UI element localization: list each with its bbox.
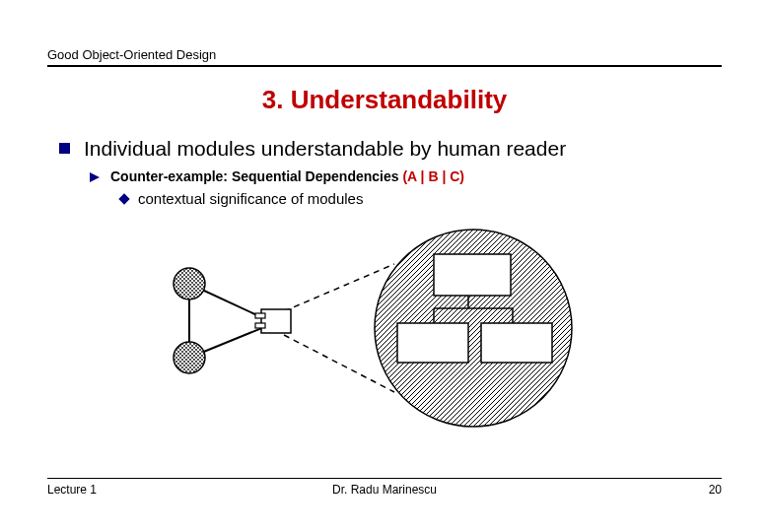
token-c: C <box>450 168 459 184</box>
bullet-text: Individual modules understandable by hum… <box>84 137 566 161</box>
header-divider <box>47 65 722 67</box>
paren-close: ) <box>459 168 464 184</box>
module-box-left <box>397 323 468 363</box>
course-header: Good Object-Oriented Design <box>47 47 722 65</box>
sub-prefix: Counter-example: Sequential Dependencies <box>110 168 402 184</box>
square-bullet-icon <box>59 143 70 154</box>
arrow-bullet-icon <box>89 171 101 183</box>
bullet-level2: Counter-example: Sequential Dependencies… <box>89 168 710 184</box>
slide-title: 3. Understandability <box>0 85 769 115</box>
sub-bullet-text: Counter-example: Sequential Dependencies… <box>110 168 464 184</box>
bullet-level1: Individual modules understandable by hum… <box>59 137 710 161</box>
token-b: B <box>428 168 442 184</box>
sub2-bullet-text: contextual significance of modules <box>138 190 363 207</box>
footer-divider <box>47 478 722 479</box>
module-box-right <box>481 323 552 363</box>
footer: Lecture 1 Dr. Radu Marinescu 20 <box>47 478 722 497</box>
svg-marker-0 <box>90 172 100 182</box>
svg-rect-15 <box>255 323 265 328</box>
bullet-level3: contextual significance of modules <box>120 190 710 207</box>
diagram-svg <box>138 225 631 432</box>
svg-rect-14 <box>255 313 265 318</box>
content-area: Individual modules understandable by hum… <box>0 115 769 432</box>
diagram <box>138 225 631 432</box>
node-bottom <box>174 342 205 373</box>
module-node <box>255 309 291 333</box>
node-top <box>174 268 205 299</box>
module-box-top <box>434 254 511 296</box>
diamond-bullet-icon <box>118 193 129 204</box>
token-a: A <box>407 168 420 184</box>
footer-center: Dr. Radu Marinescu <box>47 483 722 497</box>
